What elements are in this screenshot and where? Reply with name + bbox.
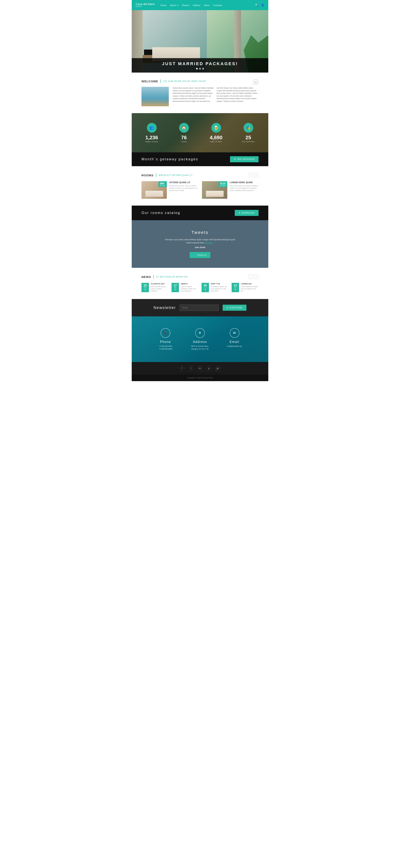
see-packages-button[interactable]: 👁 SEE PACKAGES: [230, 156, 258, 162]
rooms-header: ROOMS MIRUM EST NOTARE QUAM LIT ‹ ›: [142, 173, 258, 177]
rooms-subtitle: MIRUM EST NOTARE QUAM LIT: [159, 174, 193, 176]
navbar: Casa del Mare Hotel Home About ∨ Rooms G…: [132, 0, 268, 10]
contact-email: ✉ Email mail@dcmelink.org: [220, 328, 249, 350]
nav-contacts[interactable]: Contacts: [213, 4, 222, 6]
hero-dots: [135, 68, 265, 69]
rooms-next-button[interactable]: ›: [254, 173, 258, 177]
newsletter-email-input[interactable]: [180, 305, 219, 311]
packages-banner: Month`s getaway packages 👁 SEE PACKAGES: [132, 152, 268, 166]
pool-side: [142, 98, 169, 106]
contact-section: 📞 Phone +1 800 602 6035 +1 800 889 8898 …: [132, 316, 268, 362]
room-name-1: VOTARE QUAM LIT: [169, 181, 198, 184]
room-info-2: LOREM DERE QUAM Ikaer possim assin non h…: [230, 181, 258, 199]
hero-dot-2[interactable]: [199, 68, 201, 69]
envelope-icon: ✉: [226, 307, 228, 309]
search-icon[interactable]: 🔍: [255, 3, 258, 7]
room-card-2: $115 per night LOREM DERE QUAM Ikaer pos…: [202, 181, 258, 199]
news-year-3: 15: [203, 289, 208, 291]
subscribe-button[interactable]: ✉ SUBSCRIBE: [223, 305, 246, 311]
news-day-2: 17: [173, 284, 177, 287]
googleplus-icon[interactable]: g+: [215, 366, 221, 371]
stat-rooms: 🏠 76 rooms: [170, 123, 198, 143]
welcome-text-1: Diaecet facer possim assum. Typi non hab…: [173, 87, 215, 106]
room-bed-2: [206, 191, 224, 197]
contact-phone-value-2: +1 800 889 8898: [151, 348, 180, 350]
hero-dot-3[interactable]: [202, 68, 204, 69]
phone-icon: 📞: [161, 328, 170, 338]
contact-address: ✈ Address 9870 St Vincent Place, Glasgow…: [186, 328, 214, 350]
room-name-2: LOREM DERE QUAM: [230, 181, 258, 184]
nav-gallery[interactable]: Gallery: [193, 4, 201, 6]
rooms-grid: $80 per night VOTARE QUAM LIT Paecet pos…: [142, 181, 258, 199]
nav-home[interactable]: Home: [161, 4, 166, 6]
news-subtitle: UT WISI ENIM AD MINIM VEN: [156, 276, 188, 278]
stat-beer-number: 4,690: [202, 134, 230, 141]
pinterest-icon[interactable]: p: [206, 366, 212, 371]
stats-grid: 👥 1,236 happy clients 🏠 76 rooms 🍺 4,690…: [137, 123, 263, 143]
social-footer: f t in p g+: [132, 362, 268, 374]
room-per-night-2: per night: [220, 185, 226, 186]
contact-address-label: Address: [186, 340, 214, 344]
nav-about[interactable]: About ∨: [170, 4, 179, 6]
twitter-social-icon[interactable]: t: [188, 366, 194, 371]
news-year-1: 15: [143, 289, 147, 291]
brand-subtitle: Hotel: [135, 6, 155, 8]
news-next-button[interactable]: ›: [254, 275, 258, 279]
brand-name: Casa del Mare: [135, 2, 155, 6]
news-day-3: 05: [203, 284, 208, 287]
instagram-icon[interactable]: in: [197, 366, 203, 371]
stat-clients-number: 1,236: [137, 134, 166, 141]
nav-news[interactable]: News: [204, 4, 210, 6]
news-title-2: SERITA: [181, 283, 198, 285]
hero-section: JUST MARRIED PACKAGES!: [132, 10, 268, 72]
news-month-3: 11: [203, 287, 208, 289]
tweet-link[interactable]: continue...: [205, 242, 214, 244]
rooms-navigation: ‹ ›: [249, 173, 258, 177]
tweet-body: Fetempor cum soluta nobis eleifend optio…: [165, 239, 235, 244]
nav-rooms[interactable]: Rooms: [182, 4, 189, 6]
user-icon[interactable]: 👤: [261, 3, 265, 7]
hero-title: JUST MARRIED PACKAGES!: [135, 61, 265, 66]
contact-address-value-1: 9870 St Vincent Place,: [186, 345, 214, 348]
news-title-1: CLARITAS EST: [151, 283, 168, 285]
rooms-section: ROOMS MIRUM EST NOTARE QUAM LIT ‹ › $80 …: [132, 166, 268, 206]
stat-rooms-icon: 🏠: [179, 123, 189, 133]
welcome-section: ⊖ WELCOME CEL EUM IRIURE DOLOR INRAT FAC…: [132, 72, 268, 113]
room-info-1: VOTARE QUAM LIT Paecet possim assum. Typ…: [169, 181, 198, 199]
news-content-4: LOREM DUI Sebet claritatem insitam; est …: [241, 283, 258, 292]
news-month-1: 03: [143, 287, 147, 289]
section-divider: [160, 80, 161, 83]
rooms-header-inner: ROOMS MIRUM EST NOTARE QUAM LIT: [142, 174, 249, 177]
news-grid: 23 03 15 CLARITAS EST Wecet possim assum…: [142, 283, 258, 292]
rooms-prev-button[interactable]: ‹: [249, 173, 253, 177]
stat-clients-label: happy clients: [137, 141, 166, 143]
news-date-1: 23 03 15: [142, 283, 149, 292]
scroll-indicator[interactable]: ⊖: [253, 80, 258, 85]
room-bed-1: [145, 191, 163, 197]
news-header: NEWS UT WISI ENIM AD MINIM VEN ‹ ›: [142, 275, 258, 279]
follow-us-button[interactable]: 🐦 follow us: [190, 252, 211, 258]
news-card-3: 05 11 15 NOPI TYO Kearitatem insitam; es…: [202, 283, 228, 292]
tweet-author: John Smith: [137, 246, 263, 248]
news-date-3: 05 11 15: [202, 283, 209, 292]
news-prev-button[interactable]: ‹: [249, 275, 253, 279]
stat-rooms-label: rooms: [170, 141, 198, 143]
news-title-3: NOPI TYO: [211, 283, 228, 285]
news-month-2: 04: [173, 287, 177, 289]
stat-activities-label: fun activities: [234, 141, 263, 143]
welcome-title: WELCOME: [142, 80, 158, 83]
hero-dot-1[interactable]: [196, 68, 198, 69]
contact-address-value-2: Glasgow, DC 45 Fr 45.: [186, 348, 214, 350]
stat-beer: 🍺 4,690 cups of beer: [202, 123, 230, 143]
facebook-icon[interactable]: f: [179, 366, 185, 371]
stat-activities-number: 25: [234, 134, 263, 141]
see-packages-label: SEE PACKAGES: [237, 158, 255, 160]
news-day-1: 23: [143, 284, 147, 287]
news-day-4: 13: [233, 284, 238, 287]
news-desc-1: Wecet possim assum. Typi non habent clar…: [151, 285, 168, 292]
brand: Casa del Mare Hotel: [135, 3, 155, 8]
download-button[interactable]: ⬆ DOWNLOAD: [235, 210, 258, 216]
nav-menu: Home About ∨ Rooms Gallery News Contacts: [161, 3, 255, 7]
footer-copyright: Copyright © 2015 | Privacy Policy: [132, 374, 268, 381]
stat-activities: 🎭 25 fun activities: [234, 123, 263, 143]
